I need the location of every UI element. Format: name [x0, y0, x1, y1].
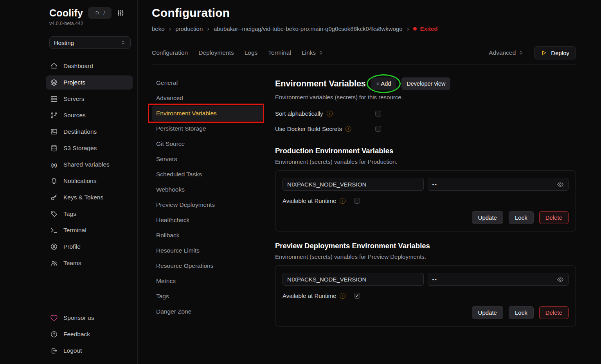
environment-variables-panel: Environment Variables + Add Developer vi…: [275, 75, 576, 326]
variable-value-input[interactable]: ••: [428, 178, 569, 191]
breadcrumb-resource[interactable]: abubakar--meigag/vid-tube-beko-pro:main-…: [214, 25, 403, 32]
app-logo[interactable]: Coolify: [49, 7, 83, 19]
sidebar-item-label: Tags: [63, 210, 76, 217]
breadcrumb-environment[interactable]: production: [175, 25, 203, 32]
variable-key-input[interactable]: NIXPACKS_NODE_VERSION: [283, 273, 424, 286]
subnav-item-preview-deployments[interactable]: Preview Deployments: [152, 197, 263, 212]
sidebar-item-terminal[interactable]: Terminal: [46, 223, 133, 237]
sidebar-item-label: Dashboard: [63, 63, 93, 70]
advanced-dropdown[interactable]: Advanced: [489, 49, 524, 56]
subnav-item-servers[interactable]: Servers: [152, 151, 263, 167]
sidebar-item-feedback[interactable]: Feedback: [46, 327, 133, 341]
sidebar-item-s3-storages[interactable]: S3 Storages: [46, 141, 133, 155]
sidebar-item-tags[interactable]: Tags: [46, 207, 133, 221]
sidebar-item-projects[interactable]: Projects: [46, 75, 133, 90]
team-selector-value: Hosting: [54, 39, 74, 46]
sidebar-item-label: Feedback: [63, 331, 90, 338]
available-at-runtime-checkbox[interactable]: ✓: [354, 293, 360, 299]
search-button[interactable]: /: [88, 7, 112, 19]
main-content: Configuration beko › production › abubak…: [138, 0, 601, 364]
masked-value: ••: [432, 181, 437, 188]
update-button[interactable]: Update: [472, 306, 503, 319]
breadcrumb-project[interactable]: beko: [152, 25, 165, 32]
git-branch-icon: [50, 111, 58, 119]
section-title: Production Environment Variables: [275, 147, 576, 155]
chevron-right-icon: ›: [169, 25, 171, 32]
sidebar-item-shared-variables[interactable]: (x) Shared Variables: [46, 158, 133, 172]
container-icon: [50, 128, 58, 136]
env-toggles: Sort alphabetically i Use Docker Build S…: [275, 106, 576, 136]
tab-links[interactable]: Links: [302, 49, 324, 56]
sidebar-item-notifications[interactable]: Notifications: [46, 174, 133, 188]
available-at-runtime-row: Available at Runtime i: [283, 197, 569, 204]
subnav-item-general[interactable]: General: [152, 75, 263, 90]
tabbar-right-group: Advanced Deploy: [489, 46, 576, 59]
subnav-item-persistent-storage[interactable]: Persistent Storage: [152, 121, 263, 136]
section-subtitle: Environment (secrets) variables for Prev…: [275, 253, 576, 260]
subnav-item-metrics[interactable]: Metrics: [152, 273, 263, 289]
tabbar-divider: [152, 65, 576, 65]
user-icon: [50, 243, 58, 251]
resource-tabbar: Configuration Deployments Logs Terminal …: [152, 46, 576, 59]
sidebar-item-logout[interactable]: Logout: [46, 344, 133, 358]
subnav-item-advanced[interactable]: Advanced: [152, 90, 263, 106]
tab-deployments[interactable]: Deployments: [198, 49, 234, 56]
tab-terminal[interactable]: Terminal: [268, 49, 291, 56]
add-button-wrap: + Add: [371, 77, 396, 90]
bell-icon: [50, 177, 58, 185]
subnav-item-rollback[interactable]: Rollback: [152, 228, 263, 243]
status-dot-icon: [413, 27, 417, 30]
subnav-item-environment-variables[interactable]: Environment Variables: [152, 106, 263, 121]
chevron-updown-icon: [318, 50, 324, 56]
sort-alphabetically-checkbox[interactable]: [375, 111, 381, 117]
delete-button[interactable]: Delete: [539, 211, 569, 224]
lock-button[interactable]: Lock: [509, 306, 534, 319]
available-at-runtime-checkbox[interactable]: [354, 198, 360, 204]
subnav-item-danger-zone[interactable]: Danger Zone: [152, 304, 263, 319]
sidebar-item-teams[interactable]: Teams: [46, 256, 133, 270]
subnav-item-healthcheck[interactable]: Healthcheck: [152, 212, 263, 228]
search-icon: [95, 10, 100, 16]
deploy-button[interactable]: Deploy: [534, 46, 576, 59]
logout-icon: [50, 347, 58, 355]
variable-key-input[interactable]: NIXPACKS_NODE_VERSION: [283, 178, 424, 191]
key-icon: [50, 194, 58, 201]
subnav-item-scheduled-tasks[interactable]: Scheduled Tasks: [152, 167, 263, 182]
subnav-item-git-source[interactable]: Git Source: [152, 136, 263, 151]
developer-view-button[interactable]: Developer view: [401, 77, 450, 90]
sidebar: Coolify / v4.0.0-beta.442 Hosting Dashbo…: [0, 0, 138, 364]
subnav-item-webhooks[interactable]: Webhooks: [152, 182, 263, 197]
update-button[interactable]: Update: [472, 211, 503, 224]
sidebar-item-destinations[interactable]: Destinations: [46, 125, 133, 139]
docker-build-secrets-checkbox[interactable]: [375, 126, 381, 132]
sidebar-item-dashboard[interactable]: Dashboard: [46, 59, 133, 73]
layers-icon: [50, 79, 58, 86]
sidebar-item-label: Destinations: [63, 128, 97, 135]
users-icon: [50, 259, 58, 267]
sidebar-item-keys-tokens[interactable]: Keys & Tokens: [46, 190, 133, 204]
lock-button[interactable]: Lock: [509, 211, 534, 224]
tab-logs[interactable]: Logs: [245, 49, 258, 56]
team-selector[interactable]: Hosting: [49, 36, 131, 49]
add-variable-button[interactable]: + Add: [371, 77, 396, 90]
sidebar-item-label: Notifications: [63, 178, 96, 185]
sidebar-item-label: Servers: [63, 95, 84, 102]
tab-configuration[interactable]: Configuration: [152, 49, 188, 56]
subnav-item-resource-limits[interactable]: Resource Limits: [152, 243, 263, 258]
subnav-item-resource-operations[interactable]: Resource Operations: [152, 258, 263, 273]
sliders-icon[interactable]: [117, 9, 124, 17]
sidebar-item-profile[interactable]: Profile: [46, 240, 133, 254]
delete-button[interactable]: Delete: [539, 306, 569, 319]
toggle-label: Sort alphabetically: [275, 110, 323, 117]
sidebar-item-sources[interactable]: Sources: [46, 108, 133, 122]
available-at-runtime-row: Available at Runtime i ✓: [283, 292, 569, 299]
toggle-docker-build-secrets: Use Docker Build Secrets i: [275, 121, 576, 136]
subnav-item-tags[interactable]: Tags: [152, 289, 263, 304]
info-icon: i: [345, 126, 351, 132]
eye-icon[interactable]: [557, 181, 564, 188]
sidebar-item-sponsor[interactable]: Sponsor us: [46, 311, 133, 325]
variable-value-input[interactable]: ••: [428, 273, 569, 286]
info-icon: i: [340, 198, 345, 204]
eye-icon[interactable]: [557, 276, 564, 283]
sidebar-item-servers[interactable]: Servers: [46, 92, 133, 106]
